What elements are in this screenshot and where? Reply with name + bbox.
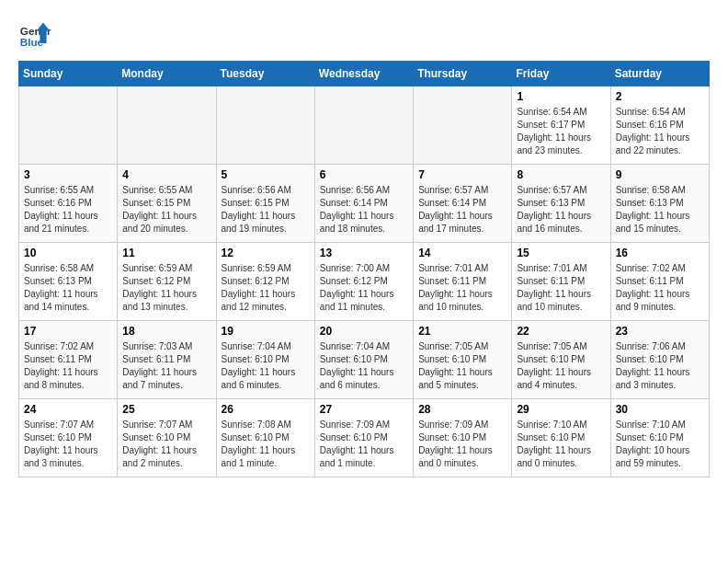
day-number: 6 (320, 168, 408, 181)
calendar-cell: 3Sunrise: 6:55 AMSunset: 6:16 PMDaylight… (19, 165, 118, 243)
calendar-cell: 9Sunrise: 6:58 AMSunset: 6:13 PMDaylight… (610, 165, 709, 243)
day-number: 9 (616, 168, 704, 181)
calendar-week-row: 24Sunrise: 7:07 AMSunset: 6:10 PMDayligh… (19, 399, 710, 477)
weekday-header: Thursday (414, 62, 512, 86)
calendar-cell (118, 86, 216, 165)
day-number: 7 (418, 168, 506, 181)
day-info: Sunrise: 6:59 AMSunset: 6:12 PMDaylight:… (222, 262, 310, 314)
calendar-cell: 2Sunrise: 6:54 AMSunset: 6:16 PMDaylight… (610, 86, 709, 165)
calendar-cell: 26Sunrise: 7:08 AMSunset: 6:10 PMDayligh… (216, 399, 314, 477)
calendar-cell: 14Sunrise: 7:01 AMSunset: 6:11 PMDayligh… (414, 243, 512, 321)
day-number: 13 (320, 247, 408, 259)
weekday-header: Tuesday (216, 62, 314, 86)
logo-icon: General Blue (18, 18, 51, 52)
calendar-cell: 20Sunrise: 7:04 AMSunset: 6:10 PMDayligh… (314, 321, 413, 399)
day-info: Sunrise: 6:54 AMSunset: 6:17 PMDaylight:… (517, 106, 605, 157)
calendar-cell: 15Sunrise: 7:01 AMSunset: 6:11 PMDayligh… (512, 243, 610, 321)
calendar-body: 1Sunrise: 6:54 AMSunset: 6:17 PMDaylight… (19, 86, 710, 477)
calendar-cell: 25Sunrise: 7:07 AMSunset: 6:10 PMDayligh… (118, 399, 216, 477)
logo: General Blue (18, 18, 51, 52)
calendar-cell: 30Sunrise: 7:10 AMSunset: 6:10 PMDayligh… (610, 399, 709, 477)
day-number: 1 (517, 90, 605, 103)
calendar-cell: 13Sunrise: 7:00 AMSunset: 6:12 PMDayligh… (314, 243, 413, 321)
day-number: 25 (122, 403, 210, 416)
day-info: Sunrise: 6:59 AMSunset: 6:12 PMDaylight:… (122, 262, 210, 314)
day-info: Sunrise: 7:03 AMSunset: 6:11 PMDaylight:… (122, 340, 210, 392)
day-number: 5 (222, 168, 310, 181)
calendar-cell: 4Sunrise: 6:55 AMSunset: 6:15 PMDaylight… (118, 165, 216, 243)
day-info: Sunrise: 6:56 AMSunset: 6:14 PMDaylight:… (320, 184, 408, 236)
day-info: Sunrise: 7:07 AMSunset: 6:10 PMDaylight:… (122, 419, 210, 470)
day-number: 21 (418, 325, 506, 338)
calendar-cell: 19Sunrise: 7:04 AMSunset: 6:10 PMDayligh… (216, 321, 314, 399)
calendar-week-row: 3Sunrise: 6:55 AMSunset: 6:16 PMDaylight… (19, 165, 710, 243)
day-number: 16 (616, 247, 704, 259)
day-info: Sunrise: 7:07 AMSunset: 6:10 PMDaylight:… (24, 419, 112, 470)
day-info: Sunrise: 6:58 AMSunset: 6:13 PMDaylight:… (24, 262, 112, 314)
calendar-cell (19, 86, 118, 165)
day-info: Sunrise: 7:02 AMSunset: 6:11 PMDaylight:… (24, 340, 112, 392)
calendar-cell: 29Sunrise: 7:10 AMSunset: 6:10 PMDayligh… (512, 399, 610, 477)
page-header: General Blue (18, 18, 710, 52)
day-number: 12 (222, 247, 310, 259)
day-number: 4 (122, 168, 210, 181)
day-info: Sunrise: 6:57 AMSunset: 6:13 PMDaylight:… (517, 184, 605, 236)
calendar-cell: 16Sunrise: 7:02 AMSunset: 6:11 PMDayligh… (610, 243, 709, 321)
calendar-cell: 23Sunrise: 7:06 AMSunset: 6:10 PMDayligh… (610, 321, 709, 399)
day-info: Sunrise: 7:01 AMSunset: 6:11 PMDaylight:… (517, 262, 605, 314)
day-number: 18 (122, 325, 210, 338)
calendar-cell (314, 86, 413, 165)
day-number: 30 (616, 403, 704, 416)
day-number: 11 (122, 247, 210, 259)
day-number: 2 (616, 90, 704, 103)
weekday-header: Sunday (19, 62, 118, 86)
calendar-cell: 18Sunrise: 7:03 AMSunset: 6:11 PMDayligh… (118, 321, 216, 399)
day-info: Sunrise: 6:55 AMSunset: 6:15 PMDaylight:… (122, 184, 210, 236)
day-number: 28 (418, 403, 506, 416)
day-info: Sunrise: 7:10 AMSunset: 6:10 PMDaylight:… (517, 419, 605, 470)
calendar-cell: 1Sunrise: 6:54 AMSunset: 6:17 PMDaylight… (512, 86, 610, 165)
calendar-cell: 11Sunrise: 6:59 AMSunset: 6:12 PMDayligh… (118, 243, 216, 321)
calendar-week-row: 17Sunrise: 7:02 AMSunset: 6:11 PMDayligh… (19, 321, 710, 399)
calendar-cell: 10Sunrise: 6:58 AMSunset: 6:13 PMDayligh… (19, 243, 118, 321)
day-info: Sunrise: 7:06 AMSunset: 6:10 PMDaylight:… (616, 340, 704, 392)
calendar-cell: 28Sunrise: 7:09 AMSunset: 6:10 PMDayligh… (414, 399, 512, 477)
day-info: Sunrise: 7:04 AMSunset: 6:10 PMDaylight:… (320, 340, 408, 392)
calendar-cell: 12Sunrise: 6:59 AMSunset: 6:12 PMDayligh… (216, 243, 314, 321)
calendar-cell: 6Sunrise: 6:56 AMSunset: 6:14 PMDaylight… (314, 165, 413, 243)
day-number: 29 (517, 403, 605, 416)
day-info: Sunrise: 7:05 AMSunset: 6:10 PMDaylight:… (517, 340, 605, 392)
day-number: 24 (24, 403, 112, 416)
day-info: Sunrise: 6:58 AMSunset: 6:13 PMDaylight:… (616, 184, 704, 236)
calendar-cell: 22Sunrise: 7:05 AMSunset: 6:10 PMDayligh… (512, 321, 610, 399)
weekday-header: Wednesday (314, 62, 413, 86)
calendar-cell: 27Sunrise: 7:09 AMSunset: 6:10 PMDayligh… (314, 399, 413, 477)
calendar-cell: 21Sunrise: 7:05 AMSunset: 6:10 PMDayligh… (414, 321, 512, 399)
calendar-cell: 7Sunrise: 6:57 AMSunset: 6:14 PMDaylight… (414, 165, 512, 243)
calendar-cell (414, 86, 512, 165)
calendar-cell: 17Sunrise: 7:02 AMSunset: 6:11 PMDayligh… (19, 321, 118, 399)
day-info: Sunrise: 7:10 AMSunset: 6:10 PMDaylight:… (616, 419, 704, 470)
calendar-cell (216, 86, 314, 165)
day-info: Sunrise: 6:55 AMSunset: 6:16 PMDaylight:… (24, 184, 112, 236)
day-number: 26 (222, 403, 310, 416)
day-info: Sunrise: 7:09 AMSunset: 6:10 PMDaylight:… (320, 419, 408, 470)
day-info: Sunrise: 6:57 AMSunset: 6:14 PMDaylight:… (418, 184, 506, 236)
day-number: 8 (517, 168, 605, 181)
day-info: Sunrise: 7:05 AMSunset: 6:10 PMDaylight:… (418, 340, 506, 392)
day-number: 15 (517, 247, 605, 259)
calendar-table: SundayMondayTuesdayWednesdayThursdayFrid… (18, 61, 710, 477)
day-number: 19 (222, 325, 310, 338)
day-info: Sunrise: 7:09 AMSunset: 6:10 PMDaylight:… (418, 419, 506, 470)
calendar-cell: 8Sunrise: 6:57 AMSunset: 6:13 PMDaylight… (512, 165, 610, 243)
day-info: Sunrise: 7:00 AMSunset: 6:12 PMDaylight:… (320, 262, 408, 314)
calendar-week-row: 10Sunrise: 6:58 AMSunset: 6:13 PMDayligh… (19, 243, 710, 321)
calendar-cell: 24Sunrise: 7:07 AMSunset: 6:10 PMDayligh… (19, 399, 118, 477)
day-info: Sunrise: 7:04 AMSunset: 6:10 PMDaylight:… (222, 340, 310, 392)
weekday-header: Friday (512, 62, 610, 86)
calendar-header-row: SundayMondayTuesdayWednesdayThursdayFrid… (19, 62, 710, 86)
day-number: 22 (517, 325, 605, 338)
day-number: 14 (418, 247, 506, 259)
day-number: 27 (320, 403, 408, 416)
day-info: Sunrise: 6:56 AMSunset: 6:15 PMDaylight:… (222, 184, 310, 236)
